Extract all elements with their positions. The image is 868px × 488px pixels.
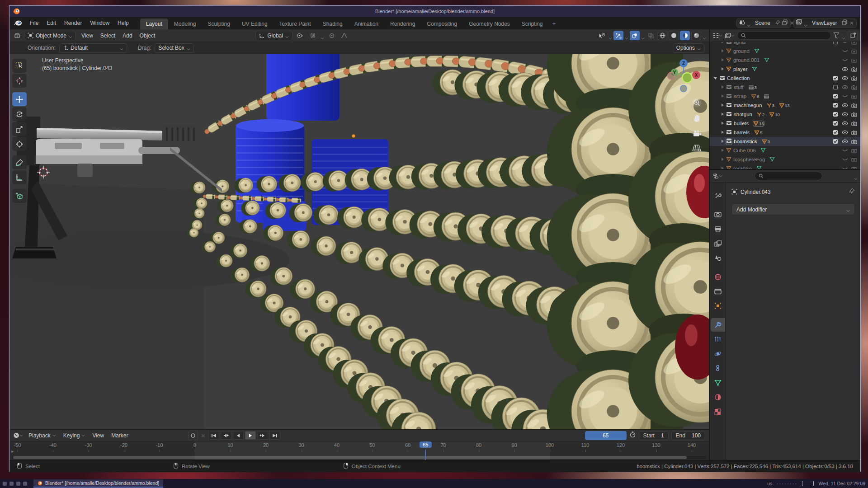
disclosure-right-icon[interactable] [721,94,724,99]
properties-search-input[interactable] [755,172,822,180]
outliner-row-stuff[interactable]: stuff3 [710,83,860,92]
3d-scene-canvas[interactable] [9,54,709,429]
timeline-menu-keying[interactable]: Keying [60,432,89,440]
shading-material-icon[interactable] [680,31,690,40]
pan-hand-icon[interactable] [692,113,702,125]
disclosure-right-icon[interactable] [721,66,724,72]
pivot-point-selector[interactable] [295,31,305,40]
outliner-row-lights[interactable]: lights [710,42,860,47]
eye-open-icon[interactable] [841,76,849,80]
menu-edit[interactable]: Edit [42,19,60,28]
outliner-row-boomstick[interactable]: boomstick3 [710,137,860,146]
camera-view-icon[interactable] [692,129,702,140]
new-collection-icon[interactable] [848,31,858,40]
properties-options-dropdown[interactable] [854,174,858,178]
blender-logo-icon[interactable] [13,19,23,27]
pin-icon[interactable] [775,19,780,27]
checkbox-on-icon[interactable] [831,103,839,108]
options-button[interactable]: Options [673,43,704,53]
disclosure-right-icon[interactable] [721,166,724,170]
eye-open-icon[interactable] [841,103,849,108]
outliner-row-ground-001[interactable]: ground.001 [710,56,860,65]
menu-help[interactable]: Help [113,19,133,28]
add-modifier-button[interactable]: Add Modifier [731,204,855,215]
next-keyframe-button[interactable] [257,431,268,440]
tool-scale[interactable] [12,122,27,136]
camera-render-icon[interactable] [850,85,858,90]
timeline-expand-arrow[interactable]: ▸ [11,449,14,454]
gizmo-dropdown[interactable] [625,34,628,38]
tab-compositing[interactable]: Compositing [421,19,463,29]
timeline-menu-view[interactable]: View [89,432,108,440]
viewport-menu-view[interactable]: View [78,31,97,40]
sync-x-icon[interactable] [201,432,205,440]
eye-closed-icon[interactable] [841,148,849,153]
tool-move[interactable] [12,92,27,106]
properties-tab-texture[interactable] [711,405,725,418]
eye-open-icon[interactable] [841,121,849,126]
tab-texture-paint[interactable]: Texture Paint [274,19,317,29]
properties-tab-world[interactable] [711,270,725,284]
viewport-menu-select[interactable]: Select [97,31,119,40]
menu-window[interactable]: Window [86,19,113,28]
tab-rendering[interactable]: Rendering [384,19,421,29]
camera-render-icon[interactable] [850,121,858,126]
transform-orientation-selector[interactable]: Global [255,31,292,40]
eye-closed-icon[interactable] [841,94,849,99]
tool-annotate[interactable] [12,155,27,169]
start-frame-field[interactable]: Start1 [639,431,669,440]
checkbox-on-icon[interactable] [831,121,839,126]
snap-magnet-icon[interactable] [308,31,318,40]
camera-render-off-icon[interactable] [850,157,858,162]
tab-layout[interactable]: Layout [140,19,168,29]
orientation-setting-dropdown[interactable]: Default [59,43,127,53]
prev-keyframe-button[interactable] [221,431,231,440]
disclosure-right-icon[interactable] [721,121,724,126]
camera-render-off-icon[interactable] [850,94,858,99]
zoom-icon[interactable] [692,98,702,109]
pin-icon[interactable] [849,188,855,196]
show-object-types-icon[interactable] [597,31,607,40]
keyboard-layout-indicator[interactable]: us [767,481,772,486]
disclosure-right-icon[interactable] [721,148,724,153]
filter-funnel-icon[interactable] [833,32,840,40]
tool-measure[interactable] [12,170,27,184]
mode-selector[interactable]: Object Mode [24,31,76,40]
play-reverse-button[interactable] [233,431,244,440]
taskbar-window-button[interactable]: Blender* [/home/amalie/Desktop/blender/a… [33,479,163,488]
outliner-row-player[interactable]: player [710,65,860,74]
tray-indicator-box[interactable] [802,481,814,486]
camera-render-off-icon[interactable] [850,49,858,54]
playhead-frame-badge[interactable]: 65 [420,441,431,448]
outliner-row-shotgun[interactable]: shotgun210 [710,110,860,119]
filter-dropdown[interactable] [842,34,845,38]
auto-keying-toggle[interactable] [188,431,198,440]
tab-shading[interactable]: Shading [317,19,349,29]
disclosure-right-icon[interactable] [721,48,724,54]
show-gizmo-toggle[interactable] [613,31,623,40]
properties-tab-material[interactable] [711,390,725,404]
tab-geometry-nodes[interactable]: Geometry Nodes [463,19,516,29]
eye-closed-icon[interactable] [841,42,849,44]
camera-render-off-icon[interactable] [850,166,858,170]
new-viewlayer-icon[interactable] [842,19,848,27]
outliner-row-machinegun[interactable]: machinegun313 [710,101,860,110]
tab-sculpting[interactable]: Sculpting [202,19,236,29]
properties-tab-tool[interactable] [711,189,725,202]
disclosure-right-icon[interactable] [721,42,724,45]
window-titlebar[interactable]: Blender* [/home/amalie/Desktop/blender/a… [9,6,860,17]
eye-open-icon[interactable] [841,130,849,135]
jump-to-end-button[interactable] [269,431,280,440]
checkbox-off-icon[interactable] [831,84,839,90]
menu-render[interactable]: Render [60,19,86,28]
eye-open-icon[interactable] [841,85,849,89]
disclosure-right-icon[interactable] [721,139,724,144]
3d-viewport[interactable]: User Perspective (65) boomstick | Cylind… [9,54,709,429]
end-frame-field[interactable]: End100 [671,431,705,440]
new-scene-icon[interactable] [782,19,788,27]
play-button[interactable] [245,431,256,440]
outliner-row-rockgro[interactable]: rockGro [710,164,860,170]
disclosure-right-icon[interactable] [721,130,724,135]
tool-select-box[interactable] [12,59,27,73]
editor-type-properties-icon[interactable] [712,171,722,181]
